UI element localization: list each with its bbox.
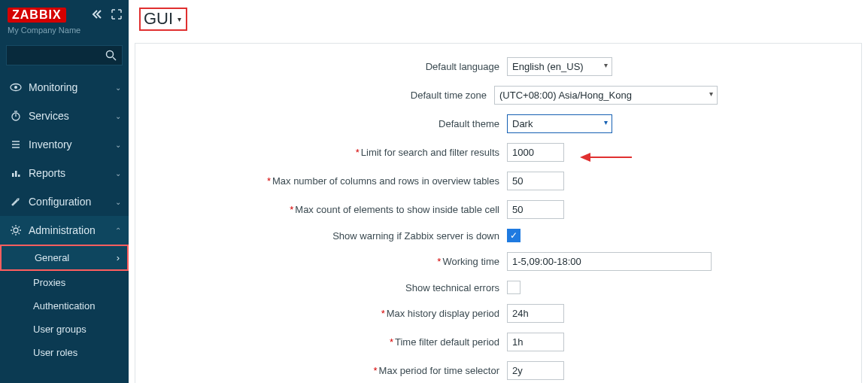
chevron-right-icon: › <box>117 252 120 263</box>
sub-user-roles[interactable]: User roles <box>0 341 129 364</box>
nav-label: Inventory <box>24 138 115 150</box>
label-server-warning: Show warning if Zabbix server is down <box>146 230 507 242</box>
label-show-technical: Show technical errors <box>146 282 507 293</box>
stopwatch-icon <box>8 110 24 122</box>
max-period-input[interactable] <box>507 361 564 380</box>
chart-icon <box>8 167 24 179</box>
sub-label: User groups <box>33 324 121 335</box>
working-time-input[interactable] <box>507 252 712 271</box>
annotation-arrow-icon <box>580 153 632 162</box>
svg-line-1 <box>113 57 116 60</box>
nav-inventory[interactable]: Inventory ⌄ <box>0 130 129 159</box>
label-default-theme: Default theme <box>146 118 507 129</box>
page-selector[interactable]: GUI ▾ <box>139 8 187 31</box>
chevron-down-icon: ▾ <box>178 15 181 23</box>
nav-monitoring[interactable]: Monitoring ⌄ <box>0 73 129 102</box>
sub-label: General <box>35 252 117 263</box>
logo: ZABBIX <box>8 8 66 23</box>
svg-rect-11 <box>15 171 17 177</box>
show-technical-checkbox[interactable] <box>507 281 520 294</box>
nav-label: Reports <box>24 167 115 179</box>
svg-point-0 <box>107 51 114 58</box>
search-icon[interactable] <box>105 49 117 63</box>
sub-label: User roles <box>33 347 121 358</box>
label-history-period: *Max history display period <box>146 308 507 319</box>
label-search-limit: *Limit for search and filter results <box>146 147 507 158</box>
sub-proxies[interactable]: Proxies <box>0 271 129 294</box>
sub-user-groups[interactable]: User groups <box>0 318 129 341</box>
chevron-down-icon: ⌄ <box>115 112 121 120</box>
label-filter-default: *Time filter default period <box>146 336 507 348</box>
chevron-down-icon: ⌄ <box>115 169 121 178</box>
collapse-icon[interactable] <box>91 8 103 23</box>
chevron-down-icon: ⌄ <box>115 198 121 206</box>
chevron-down-icon: ⌄ <box>115 141 121 149</box>
svg-point-13 <box>14 228 18 233</box>
svg-rect-12 <box>18 175 20 177</box>
list-icon <box>8 138 24 150</box>
nav-label: Monitoring <box>24 81 115 93</box>
label-max-period: *Max period for time selector <box>146 365 507 376</box>
sub-label: Proxies <box>33 277 121 288</box>
nav-services[interactable]: Services ⌄ <box>0 102 129 130</box>
server-warning-checkbox[interactable]: ✓ <box>507 229 520 242</box>
nav-configuration[interactable]: Configuration ⌄ <box>0 187 129 216</box>
label-max-overview: *Max number of columns and rows in overv… <box>146 175 507 187</box>
subnav: General › Proxies Authentication User gr… <box>0 245 129 364</box>
nav-label: Services <box>24 110 115 122</box>
max-overview-input[interactable] <box>507 172 564 190</box>
page-header: GUI ▾ <box>129 0 868 38</box>
nav-reports[interactable]: Reports ⌄ <box>0 159 129 187</box>
filter-default-input[interactable] <box>507 333 564 351</box>
label-working-time: *Working time <box>146 256 507 267</box>
nav-label: Configuration <box>24 196 115 208</box>
svg-point-3 <box>14 86 17 89</box>
sub-label: Authentication <box>33 300 121 312</box>
label-default-language: Default language <box>146 61 507 72</box>
eye-icon <box>8 81 24 93</box>
company-name: My Company Name <box>0 26 129 41</box>
default-timezone-select[interactable]: (UTC+08:00) Asia/Hong_Kong <box>494 86 718 105</box>
main: GUI ▾ Default language English (en_US) D… <box>129 0 868 383</box>
fullscreen-icon[interactable] <box>111 8 123 23</box>
wrench-icon <box>8 196 24 208</box>
chevron-down-icon: ⌄ <box>115 84 121 92</box>
search <box>6 45 123 65</box>
nav-administration[interactable]: Administration ⌃ <box>0 216 129 245</box>
history-period-input[interactable] <box>507 304 564 323</box>
max-table-cell-input[interactable] <box>507 200 564 219</box>
nav-label: Administration <box>24 224 115 236</box>
default-language-select[interactable]: English (en_US) <box>507 57 612 76</box>
chevron-up-icon: ⌃ <box>115 226 121 235</box>
gear-icon <box>8 224 24 236</box>
label-default-timezone: Default time zone <box>146 90 494 101</box>
label-max-table-cell: *Max count of elements to show inside ta… <box>146 204 507 215</box>
default-theme-select[interactable]: Dark <box>507 114 612 133</box>
form-panel: Default language English (en_US) Default… <box>135 43 862 383</box>
page-title: GUI <box>144 9 173 29</box>
nav: Monitoring ⌄ Services ⌄ Inventory ⌄ Repo… <box>0 73 129 245</box>
sub-authentication[interactable]: Authentication <box>0 294 129 318</box>
search-limit-input[interactable] <box>507 143 564 162</box>
sub-general[interactable]: General › <box>2 246 127 269</box>
svg-rect-10 <box>12 173 14 177</box>
sidebar: ZABBIX My Company Name Monitoring ⌄ <box>0 0 129 383</box>
